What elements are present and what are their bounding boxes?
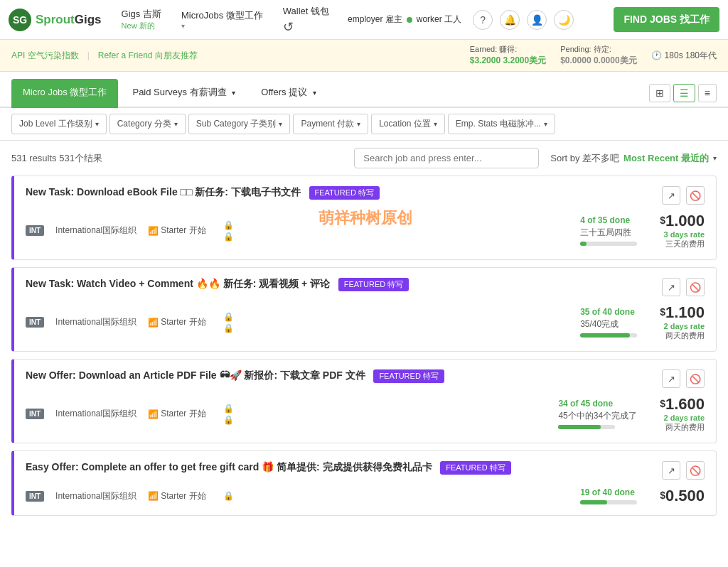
external-link-0[interactable]: ↗ [662, 186, 680, 205]
tab-paid-surveys[interactable]: Paid Surveys 有薪调查 ▾ [121, 79, 247, 108]
filter-bar: Job Level 工作级别 ▾ Category 分类 ▾ Sub Categ… [0, 108, 728, 141]
refer-link[interactable]: Refer a Friend 向朋友推荐 [98, 50, 198, 62]
logo-text: SproutGigs [36, 13, 102, 27]
nav-wallet[interactable]: Wallet 钱包 ↺ [276, 5, 336, 35]
filter-location[interactable]: Location 位置 ▾ [371, 114, 445, 134]
job-card-1: New Task: Watch Video + Comment 🔥🔥 新任务: … [11, 267, 717, 352]
lock-icon-2a: 🔒 [223, 404, 234, 414]
separator: | [87, 50, 90, 60]
price-rate-0: 3 days rate [660, 230, 705, 239]
bars-icon-2: 📶 [148, 409, 159, 419]
progress-done-1: 35 of 40 done [580, 307, 637, 317]
wallet-label: Wallet 钱包 [283, 5, 329, 18]
progress-bar-fill-3 [580, 500, 607, 504]
featured-badge-0: FEATURED 特写 [309, 186, 380, 200]
starter-badge-1: 📶 Starter 开始 [148, 316, 205, 328]
worker-dot [407, 17, 412, 23]
int-badge-0: INT [26, 225, 44, 236]
external-link-1[interactable]: ↗ [662, 278, 680, 296]
results-bar: 531 results 531个结果 Sort by 差不多吧 Most Rec… [0, 141, 728, 176]
nav-microjobs[interactable]: MicroJobs 微型工作 ▾ [174, 9, 270, 30]
int-badge-1: INT [26, 317, 44, 328]
job-card-3: Easy Offer: Complete an offer to get fre… [11, 450, 717, 516]
navbar: SG SproutGigs Gigs 吉斯 New 新的 MicroJobs 微… [0, 0, 728, 40]
eye-off-0[interactable]: 🚫 [686, 186, 705, 205]
progress-bar-bg-3 [580, 500, 637, 504]
compact-view-btn[interactable]: ≡ [698, 84, 717, 102]
filter-category[interactable]: Category 分类 ▾ [109, 114, 186, 134]
filter-payment[interactable]: Payment 付款 ▾ [293, 114, 368, 134]
eye-off-3[interactable]: 🚫 [686, 461, 705, 480]
price-val-3: $0.500 [660, 487, 705, 505]
progress-cn-0: 三十五局四胜 [580, 227, 637, 239]
pending-label: Pending: 待定: [560, 44, 636, 55]
price-section-1: $1.100 2 days rate 两天的费用 [660, 303, 705, 341]
find-jobs-button[interactable]: FIND JOBS 找工作 [614, 7, 719, 31]
info-bar: API 空气污染指数 | Refer a Friend 向朋友推荐 Earned… [0, 40, 728, 72]
nav-gigs[interactable]: Gigs 吉斯 New 新的 [114, 8, 168, 31]
filter-sub-category[interactable]: Sub Category 子类别 ▾ [188, 114, 291, 134]
logo[interactable]: SG SproutGigs [9, 9, 102, 31]
external-link-3[interactable]: ↗ [662, 461, 680, 480]
lock-icon-1: 🔒 [223, 220, 234, 230]
sort-active[interactable]: Most Recent 最近的 [623, 152, 709, 165]
sort-arrow: ▾ [713, 154, 717, 162]
job-card-top-2: New Offer: Download an Article PDF File … [26, 369, 705, 388]
price-rate-cn-0: 三天的费用 [660, 239, 705, 249]
progress-bar-fill-0 [580, 242, 587, 246]
job-title-1: New Task: Watch Video + Comment 🔥🔥 新任务: … [26, 278, 409, 291]
job-title-2: New Offer: Download an Article PDF File … [26, 369, 444, 383]
progress-bar-fill-1 [580, 333, 630, 338]
progress-section-0: 4 of 35 done 三十五局四胜 [580, 215, 637, 246]
api-link[interactable]: API 空气污染指数 [11, 50, 79, 62]
price-section-3: $0.500 [660, 487, 705, 505]
job-card-top-1: New Task: Watch Video + Comment 🔥🔥 新任务: … [26, 278, 705, 296]
job-card-top-0: New Task: Download eBook File □□ 新任务: 下载… [26, 186, 705, 205]
sub-category-arrow: ▾ [279, 120, 282, 128]
org-label-2: International国际组织 [55, 408, 136, 420]
paid-surveys-arrow: ▾ [232, 89, 235, 97]
tab-micro-jobs[interactable]: Micro Jobs 微型工作 [11, 79, 118, 108]
eye-off-2[interactable]: 🚫 [686, 369, 705, 388]
progress-bar-bg-1 [580, 333, 637, 338]
time-item: 🕐 180s 180年代 [651, 50, 717, 62]
starter-badge-2: 📶 Starter 开始 [148, 408, 205, 420]
time-val: 180s 180年代 [665, 50, 717, 62]
featured-badge-1: FEATURED 特写 [338, 278, 410, 291]
location-arrow: ▾ [434, 120, 437, 128]
org-label-1: International国际组织 [55, 316, 136, 328]
list-view-btn[interactable]: ☰ [673, 84, 695, 102]
filter-job-level[interactable]: Job Level 工作级别 ▾ [11, 114, 107, 134]
results-count: 531 results 531个结果 [11, 152, 102, 165]
featured-badge-2: FEATURED 特写 [373, 369, 444, 383]
progress-cn-1: 35/40完成 [580, 318, 637, 330]
int-badge-2: INT [26, 409, 44, 419]
earned-val: $3.2000 3.2000美元 [470, 55, 546, 67]
category-arrow: ▾ [174, 120, 178, 128]
help-icon[interactable]: ? [473, 10, 493, 30]
lock-icon-2: 🔒 [223, 232, 234, 242]
price-val-0: $1.000 [660, 212, 705, 230]
clock-icon: 🕐 [651, 50, 662, 60]
lock-icons-1: 🔒 🔒 [223, 312, 234, 333]
logo-icon: SG [9, 9, 31, 31]
lock-icon-1b: 🔒 [223, 323, 234, 333]
external-link-2[interactable]: ↗ [662, 369, 680, 388]
job-card-right-1: 35 of 40 done 35/40完成 $1.100 2 days rate… [580, 303, 705, 341]
search-input[interactable] [354, 148, 539, 168]
filter-emp-stats[interactable]: Emp. Stats 电磁脉冲... ▾ [448, 114, 555, 134]
pending-item: Pending: 待定: $0.0000 0.0000美元 [560, 44, 636, 67]
price-rate-cn-2: 两天的费用 [660, 422, 705, 433]
nav-microjobs-label: MicroJobs 微型工作 [181, 9, 263, 22]
theme-icon[interactable]: 🌙 [554, 10, 574, 30]
eye-off-1[interactable]: 🚫 [686, 278, 705, 296]
bars-icon-0: 📶 [148, 226, 159, 236]
profile-icon[interactable]: 👤 [527, 10, 547, 30]
price-val-1: $1.100 [660, 303, 705, 322]
grid-view-btn[interactable]: ⊞ [649, 84, 670, 102]
notification-icon[interactable]: 🔔 [500, 10, 520, 30]
worker-label: worker 工人 [417, 14, 461, 26]
bars-icon-1: 📶 [148, 318, 159, 328]
tab-offers[interactable]: Offers 提议 ▾ [250, 79, 327, 108]
progress-done-2: 34 of 45 done [558, 399, 637, 409]
